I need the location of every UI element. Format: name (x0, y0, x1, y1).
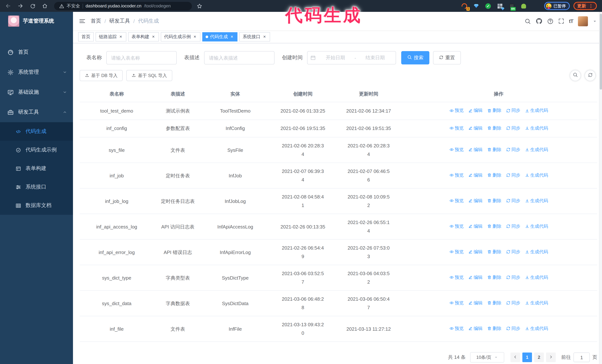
sidebar-item-codegen-example[interactable]: 代码生成示例 (0, 141, 73, 159)
action-同步[interactable]: 同步 (506, 324, 520, 333)
extension-dark-on-icon[interactable]: on (508, 3, 515, 9)
page-button-1[interactable]: 1 (522, 353, 532, 362)
action-生成代码[interactable]: 生成代码 (525, 106, 548, 115)
action-预览[interactable]: 预览 (449, 222, 464, 231)
action-删除[interactable]: 删除 (487, 248, 501, 256)
action-编辑[interactable]: 编辑 (468, 273, 483, 282)
github-icon[interactable] (536, 18, 542, 24)
font-size-icon[interactable]: tT (569, 18, 573, 24)
action-删除[interactable]: 删除 (487, 324, 501, 333)
action-编辑[interactable]: 编辑 (468, 106, 483, 115)
sidebar-item-codegen[interactable]: 代码生成 (0, 122, 73, 141)
action-同步[interactable]: 同步 (506, 222, 520, 231)
action-生成代码[interactable]: 生成代码 (525, 248, 548, 256)
action-生成代码[interactable]: 生成代码 (525, 124, 548, 132)
action-预览[interactable]: 预览 (449, 299, 464, 307)
tab-链路追踪[interactable]: 链路追踪× (96, 32, 126, 41)
extension-check-green-icon[interactable] (485, 3, 491, 9)
next-page-button[interactable] (546, 353, 556, 362)
action-同步[interactable]: 同步 (506, 197, 520, 205)
sidebar-item-dev-tools[interactable]: 研发工具 (0, 102, 73, 122)
tab-close-icon[interactable]: × (118, 34, 123, 39)
action-生成代码[interactable]: 生成代码 (525, 222, 548, 231)
user-avatar[interactable] (578, 16, 588, 26)
action-同步[interactable]: 同步 (506, 124, 520, 132)
action-编辑[interactable]: 编辑 (468, 222, 483, 231)
action-编辑[interactable]: 编辑 (468, 171, 483, 180)
paused-extension-pill[interactable]: 😜 已暂停 (544, 2, 570, 10)
action-同步[interactable]: 同步 (506, 273, 520, 282)
table-desc-input[interactable] (204, 51, 275, 64)
action-同步[interactable]: 同步 (506, 171, 520, 180)
kebab-menu-icon[interactable]: ⋮ (589, 3, 593, 9)
action-预览[interactable]: 预览 (449, 146, 464, 154)
action-删除[interactable]: 删除 (487, 124, 501, 132)
header-search-icon[interactable] (525, 18, 531, 24)
tab-表单构建[interactable]: 表单构建× (128, 32, 159, 41)
action-生成代码[interactable]: 生成代码 (525, 299, 548, 307)
sidebar-toggle-icon[interactable] (79, 18, 86, 24)
tab-代码生成示例[interactable]: 代码生成示例× (161, 32, 200, 41)
app-logo-row[interactable]: 芋道管理系统 (0, 12, 73, 30)
action-同步[interactable]: 同步 (506, 146, 520, 154)
breadcrumb-dev-tools[interactable]: 研发工具 (109, 18, 130, 24)
browser-update-button[interactable]: 更新 ⋮ (573, 2, 597, 10)
import-sql-button[interactable]: 基于 SQL 导入 (127, 70, 172, 81)
toggle-search-button[interactable] (570, 70, 581, 81)
action-生成代码[interactable]: 生成代码 (525, 197, 548, 205)
sidebar-item-infrastructure[interactable]: 基础设施 (0, 82, 73, 102)
avatar-caret-down-icon[interactable] (593, 19, 597, 23)
import-db-button[interactable]: 基于 DB 导入 (80, 70, 123, 81)
action-生成代码[interactable]: 生成代码 (525, 146, 548, 154)
address-bar[interactable]: 不安全 dashboard.yudao.iocoder.cn/tool/code… (54, 2, 192, 10)
tab-首页[interactable]: 首页 (78, 32, 94, 41)
browser-home-icon[interactable] (40, 1, 49, 10)
action-删除[interactable]: 删除 (487, 299, 501, 307)
action-预览[interactable]: 预览 (449, 273, 464, 282)
breadcrumb-home[interactable]: 首页 (91, 18, 101, 24)
action-编辑[interactable]: 编辑 (468, 324, 483, 333)
bookmark-star-icon[interactable] (195, 1, 204, 10)
prev-page-button[interactable] (510, 353, 520, 362)
action-删除[interactable]: 删除 (487, 273, 501, 282)
reset-button[interactable]: 重置 (433, 51, 461, 64)
sidebar-item-system-api[interactable]: 系统接口 (0, 178, 73, 196)
action-同步[interactable]: 同步 (506, 248, 520, 256)
table-name-input[interactable] (106, 51, 177, 64)
action-删除[interactable]: 删除 (487, 171, 501, 180)
action-编辑[interactable]: 编辑 (468, 146, 483, 154)
extension-grid-gem-icon[interactable] (497, 3, 503, 9)
action-预览[interactable]: 预览 (449, 324, 464, 333)
refresh-table-button[interactable] (585, 70, 596, 81)
tab-close-icon[interactable]: × (193, 34, 197, 39)
action-预览[interactable]: 预览 (449, 106, 464, 115)
action-编辑[interactable]: 编辑 (468, 197, 483, 205)
extension-gem-icon[interactable] (473, 3, 480, 9)
page-button-2[interactable]: 2 (534, 353, 544, 362)
search-button[interactable]: 搜索 (401, 51, 429, 64)
fullscreen-icon[interactable] (558, 18, 564, 24)
tab-代码生成[interactable]: 代码生成× (202, 32, 237, 41)
scrollbar-thumb[interactable] (600, 14, 602, 90)
tab-close-icon[interactable]: × (230, 34, 234, 39)
sidebar-item-home[interactable]: 首页 (0, 42, 73, 62)
action-预览[interactable]: 预览 (449, 248, 464, 256)
action-编辑[interactable]: 编辑 (468, 248, 483, 256)
extension-green-bot-icon[interactable] (520, 3, 527, 9)
action-生成代码[interactable]: 生成代码 (525, 273, 548, 282)
action-预览[interactable]: 预览 (449, 171, 464, 180)
browser-back-icon[interactable] (4, 1, 13, 10)
browser-forward-icon[interactable] (16, 1, 25, 10)
action-同步[interactable]: 同步 (506, 299, 520, 307)
action-删除[interactable]: 删除 (487, 197, 501, 205)
action-编辑[interactable]: 编辑 (468, 299, 483, 307)
action-删除[interactable]: 删除 (487, 222, 501, 231)
action-生成代码[interactable]: 生成代码 (525, 171, 548, 180)
page-size-select[interactable]: 10条/页 (470, 352, 504, 363)
action-生成代码[interactable]: 生成代码 (525, 324, 548, 333)
sidebar-item-db-doc[interactable]: 数据库文档 (0, 196, 73, 215)
sidebar-item-system-management[interactable]: 系统管理 (0, 62, 73, 82)
create-time-range-picker[interactable]: 开始日期 - 结束日期 (307, 51, 396, 64)
tab-close-icon[interactable]: × (151, 34, 156, 39)
goto-page-input[interactable] (573, 353, 590, 362)
